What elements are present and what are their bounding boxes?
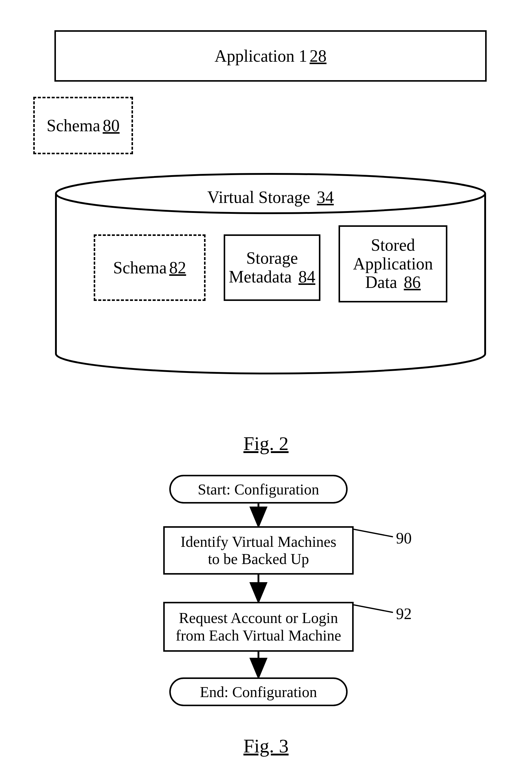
storage-metadata-ref: 84	[298, 267, 315, 286]
flow-step1-line1: Identify Virtual Machines	[180, 533, 336, 550]
flowchart-fig3: Start: Configuration Identify Virtual Ma…	[0, 475, 532, 723]
stored-app-data-line3: Data	[365, 273, 397, 291]
schema-outer-label: Schema	[47, 116, 100, 135]
svg-line-7	[354, 605, 393, 612]
flow-step-request-login: Request Account or Login from Each Virtu…	[163, 602, 354, 652]
application-ref: 28	[310, 46, 326, 66]
schema-inner-label: Schema	[113, 258, 167, 277]
storage-metadata-line2: Metadata	[229, 267, 292, 286]
flow-step1-ref: 90	[396, 529, 412, 547]
stored-app-data-ref: 86	[404, 273, 421, 291]
flow-step2-ref: 92	[396, 605, 412, 623]
application-box: Application 1 28	[54, 30, 487, 82]
schema-outer-box: Schema 80	[33, 97, 133, 154]
flow-step-identify-vms: Identify Virtual Machines to be Backed U…	[163, 526, 354, 575]
figure-3-caption: Fig. 3	[0, 735, 532, 757]
storage-metadata-box: Storage Metadata 84	[224, 234, 320, 301]
schema-inner-box: Schema 82	[94, 234, 206, 301]
stored-app-data-box: Stored Application Data 86	[339, 225, 447, 302]
schema-inner-ref: 82	[169, 258, 186, 277]
flow-step1-line2: to be Backed Up	[208, 551, 309, 567]
flow-end-terminator: End: Configuration	[169, 677, 348, 706]
application-label: Application 1	[215, 46, 307, 66]
figure-2-caption: Fig. 2	[0, 433, 532, 455]
stored-app-data-line2: Application	[353, 254, 433, 273]
flow-start-terminator: Start: Configuration	[169, 475, 348, 504]
storage-metadata-line1: Storage	[246, 248, 298, 267]
stored-app-data-line1: Stored	[371, 235, 415, 254]
flow-step2-line1: Request Account or Login	[179, 609, 338, 626]
flow-step2-line2: from Each Virtual Machine	[176, 627, 341, 644]
svg-line-6	[354, 529, 393, 537]
flow-start-label: Start: Configuration	[198, 481, 319, 498]
flow-end-label: End: Configuration	[200, 683, 317, 701]
virtual-storage-cylinder: Virtual Storage 34 Schema 82 Storage Met…	[54, 172, 487, 378]
schema-outer-ref: 80	[103, 116, 120, 135]
